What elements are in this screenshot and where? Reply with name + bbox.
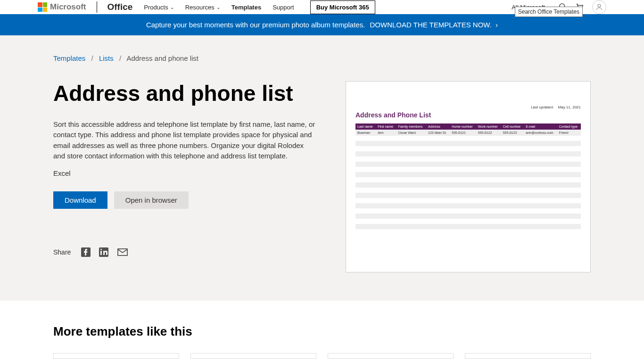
template-card[interactable] [53,353,179,359]
primary-nav: Products⌄ Resources⌄ Templates Support B… [144,0,375,14]
table-row [355,162,581,167]
template-detail: Address and phone list Sort this accessi… [53,81,591,272]
cell: 555-0122 [476,130,501,136]
table-row [355,141,581,146]
table-row [355,182,581,188]
nav-products-label: Products [144,4,168,11]
col-cell: Cell number [501,123,524,130]
nav-resources-label: Resources [185,4,215,11]
table-row [355,188,581,193]
table-row [355,203,581,208]
chevron-down-icon: ⌄ [216,5,220,10]
app-label: Excel [53,169,317,177]
nav-resources[interactable]: Resources⌄ [185,4,220,11]
cell: 555-0121 [450,130,476,136]
table-row [355,172,581,177]
table-row [355,151,581,156]
office-label[interactable]: Office [107,2,133,12]
nav-templates-label: Templates [231,4,261,11]
table-row: Bowman Ann Oscar Ward 123 Main St. 555-0… [355,130,581,136]
nav-support-label: Support [272,4,294,11]
chevron-right-icon: › [495,21,498,29]
share-row: Share [53,247,317,258]
banner-text: Capture your best moments with our premi… [146,21,365,29]
linkedin-icon[interactable] [98,247,109,258]
cell: Friend [557,130,581,136]
nav-support[interactable]: Support [272,4,294,11]
last-updated-value: May 11, 2021 [558,105,581,109]
preview-table: Last name First name Family members Addr… [355,123,581,234]
table-row [355,177,581,182]
breadcrumb-separator: / [91,54,93,62]
share-icons [80,247,127,258]
table-row [355,214,581,219]
download-button[interactable]: Download [53,191,107,209]
main-content: Templates / Lists / Address and phone li… [0,35,644,301]
col-home: Home number [450,123,476,130]
cell: Ann [376,130,396,136]
svg-rect-7 [100,251,102,255]
col-email: E-mail [524,123,557,130]
cell: 123 Main St. [426,130,450,136]
more-templates-heading: More templates like this [53,324,591,339]
microsoft-logo[interactable]: Microsoft [38,2,86,12]
action-buttons: Download Open in browser [53,191,317,209]
email-icon[interactable] [116,247,127,258]
template-info: Address and phone list Sort this accessi… [53,81,317,258]
microsoft-logo-icon [38,2,47,12]
table-row [355,198,581,203]
breadcrumb-templates[interactable]: Templates [53,54,85,62]
cell: 555-0123 [501,130,524,136]
global-header: Microsoft Office Products⌄ Resources⌄ Te… [0,0,644,14]
breadcrumb: Templates / Lists / Address and phone li… [53,54,591,62]
facebook-icon[interactable] [80,247,91,258]
template-card[interactable] [465,353,591,359]
col-lastname: Last name [355,123,376,130]
preview-last-updated: Last updated: May 11, 2021 [355,105,581,109]
banner-cta: DOWNLOAD THE TEMPLATES NOW. [370,21,492,29]
template-card[interactable] [328,353,454,359]
template-cards [53,353,591,359]
table-row [355,193,581,198]
table-row [355,156,581,162]
nav-products[interactable]: Products⌄ [144,4,173,11]
col-work: Work number [476,123,501,130]
preview-title: Address and Phone List [355,111,581,119]
breadcrumb-lists[interactable]: Lists [99,54,114,62]
last-updated-label: Last updated: [531,105,553,109]
col-address: Address [426,123,450,130]
more-templates-section: More templates like this [0,301,644,362]
template-card[interactable] [190,353,316,359]
promo-banner[interactable]: Capture your best moments with our premi… [0,14,644,35]
page-title: Address and phone list [53,81,317,106]
share-label: Share [53,248,71,256]
open-in-browser-button[interactable]: Open in browser [114,191,189,209]
breadcrumb-current: Address and phone list [126,54,198,62]
table-row [355,136,581,141]
chevron-down-icon: ⌄ [170,5,174,10]
search-tooltip: Search Office Templates [515,7,583,17]
breadcrumb-separator: / [119,54,121,62]
svg-point-4 [598,4,601,7]
buy-button[interactable]: Buy Microsoft 365 [310,0,375,14]
cell: Oscar Ward [396,130,426,136]
col-family: Family members [396,123,426,130]
table-row [355,229,581,234]
table-row [355,219,581,224]
cell: Bowman [355,130,376,136]
template-preview: Last updated: May 11, 2021 Address and P… [346,81,591,272]
table-row [355,146,581,151]
col-firstname: First name [376,123,396,130]
cell: ann@contoso.com [524,130,557,136]
svg-point-8 [100,248,102,250]
divider [97,1,97,13]
account-avatar[interactable] [592,0,606,14]
table-row [355,224,581,229]
template-description: Sort this accessible address and telepho… [53,119,317,162]
microsoft-brand-text: Microsoft [50,2,86,12]
table-row [355,167,581,172]
col-contacttype: Contact type [557,123,581,130]
nav-templates[interactable]: Templates [231,4,261,11]
table-row [355,208,581,214]
